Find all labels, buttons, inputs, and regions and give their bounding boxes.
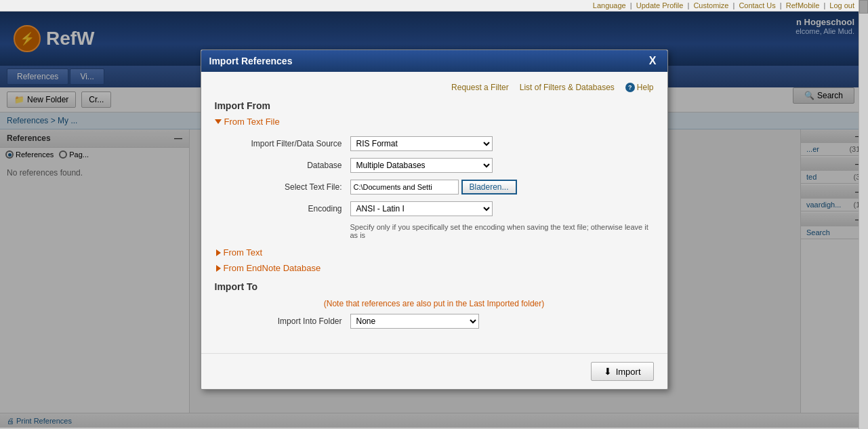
- text-file-control: Bladeren...: [350, 180, 654, 195]
- text-file-row: Select Text File: Bladeren...: [215, 180, 654, 195]
- encoding-label: Encoding: [215, 204, 350, 213]
- bladeren-button[interactable]: Bladeren...: [461, 180, 517, 195]
- database-row: Database Multiple Databases PubMed: [215, 158, 654, 173]
- modal-titlebar: Import References X: [201, 50, 667, 72]
- modal-title: Import References: [209, 56, 293, 66]
- customize-link[interactable]: Customize: [693, 1, 728, 9]
- help-icon: ? Help: [625, 83, 654, 92]
- triangle-right-icon-endnote: [216, 265, 221, 272]
- scrollbar-thumb-top[interactable]: [859, 0, 868, 14]
- top-scrollbar-area: [859, 0, 868, 429]
- import-from-title: Import From: [215, 100, 654, 111]
- import-arrow-icon: ⬇: [604, 366, 612, 377]
- import-into-folder-select[interactable]: None My References: [350, 314, 479, 329]
- import-filter-select[interactable]: RIS Format BibTeX: [350, 136, 493, 151]
- import-into-folder-row: Import Into Folder None My References: [215, 314, 654, 329]
- encoding-select[interactable]: ANSI - Latin I UTF-8: [350, 201, 493, 216]
- database-label: Database: [215, 161, 350, 170]
- encoding-row: Encoding ANSI - Latin I UTF-8: [215, 201, 654, 216]
- language-link[interactable]: Language: [593, 1, 626, 9]
- modal-close-button[interactable]: X: [646, 56, 659, 66]
- from-text-section[interactable]: From Text: [215, 247, 654, 258]
- help-link[interactable]: Help: [637, 83, 654, 92]
- modal-footer: ⬇ Import: [201, 353, 667, 389]
- import-into-folder-label: Import Into Folder: [215, 316, 350, 326]
- app: ⚡ RefW n Hogeschool elcome, Alie Mud. Re…: [0, 12, 868, 428]
- from-text-label: From Text: [224, 247, 263, 258]
- from-text-file-label: From Text File: [224, 117, 280, 127]
- triangle-down-icon: [215, 119, 222, 124]
- logout-link[interactable]: Log out: [829, 1, 854, 9]
- import-to-title: Import To: [215, 281, 654, 292]
- encoding-control: ANSI - Latin I UTF-8: [350, 201, 654, 216]
- topbar: Language | Update Profile | Customize | …: [0, 0, 868, 12]
- from-text-file-header[interactable]: From Text File: [215, 117, 654, 127]
- import-into-folder-control: None My References: [350, 314, 654, 329]
- import-to-note: (Note that references are also put in th…: [215, 299, 654, 308]
- modal-body: Request a Filter List of Filters & Datab…: [201, 72, 667, 346]
- import-filter-control: RIS Format BibTeX: [350, 136, 654, 151]
- list-filters-link[interactable]: List of Filters & Databases: [520, 83, 615, 92]
- modal-dialog: Import References X Request a Filter Lis…: [201, 49, 668, 390]
- import-btn-label: Import: [616, 367, 641, 377]
- triangle-right-icon-text: [216, 249, 221, 256]
- database-select[interactable]: Multiple Databases PubMed: [350, 158, 493, 173]
- database-control: Multiple Databases PubMed: [350, 158, 654, 173]
- modal-top-links: Request a Filter List of Filters & Datab…: [215, 83, 654, 92]
- modal-overlay: Import References X Request a Filter Lis…: [0, 12, 868, 428]
- text-file-label: Select Text File:: [215, 182, 350, 192]
- contact-us-link[interactable]: Contact Us: [739, 1, 775, 9]
- refmobile-link[interactable]: RefMobile: [786, 1, 820, 9]
- import-filter-label: Import Filter/Data Source: [215, 139, 350, 148]
- encoding-note: Specify only if you specifically set the…: [350, 223, 654, 239]
- update-profile-link[interactable]: Update Profile: [636, 1, 684, 9]
- from-endnote-section[interactable]: From EndNote Database: [215, 263, 654, 273]
- from-endnote-label: From EndNote Database: [224, 263, 321, 273]
- import-button[interactable]: ⬇ Import: [591, 362, 654, 381]
- import-filter-row: Import Filter/Data Source RIS Format Bib…: [215, 136, 654, 151]
- request-filter-link[interactable]: Request a Filter: [451, 83, 509, 92]
- text-file-input[interactable]: [350, 180, 459, 195]
